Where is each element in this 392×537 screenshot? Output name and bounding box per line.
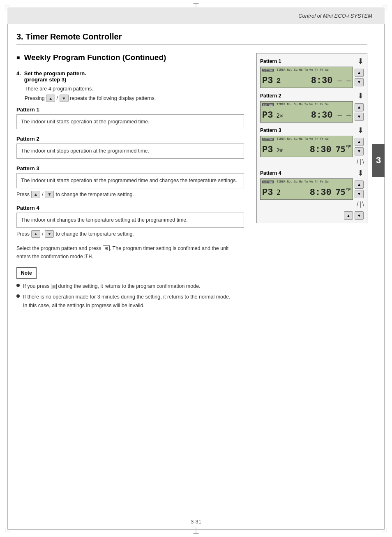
disp-p3-down-arrow: ⬇ <box>357 126 364 135</box>
pattern-2-box: The indoor unit stops operation at the p… <box>16 144 244 159</box>
display-pattern-2-header: Pattern 2 ⬇ <box>260 91 364 100</box>
setting-btn-icon[interactable]: ⊞ <box>51 284 57 289</box>
pattern-3-section: Pattern 3 The indoor unit starts operati… <box>16 165 244 198</box>
pattern-1-label: Pattern 1 <box>16 106 244 113</box>
lcd-p2-right: – – <box>337 111 351 119</box>
lcd-p4-top: SETTING TIMER No. Su Mo Tu We Th Fr Sa <box>262 180 351 183</box>
pattern-2-section: Pattern 2 The indoor unit stops operatio… <box>16 136 244 159</box>
display-p3-row: SETTING TIMER No. Su Mo Tu We Th Fr Sa P… <box>260 136 364 157</box>
down-btn-inline[interactable]: ▼ <box>60 95 69 102</box>
disp-p3-label: Pattern 3 <box>260 127 281 133</box>
down-btn-p3[interactable]: ▼ <box>45 191 54 198</box>
confirm-mode-symbol: ℱH <box>84 253 92 259</box>
p1-up-btn[interactable]: ▲ <box>355 69 364 77</box>
pattern-4-press-note: Press ▲ / ▼ to change the temperature se… <box>16 230 244 238</box>
pattern-4-label: Pattern 4 <box>16 205 244 211</box>
pattern-3-box: The indoor unit starts operation at the … <box>16 173 244 188</box>
display-pattern-3: Pattern 3 ⬇ SETTING TIMER No. Su Mo Tu W… <box>260 126 364 165</box>
lcd-p1: SETTING TIMER No. Su Mo Tu We Th Fr Sa P… <box>260 67 353 88</box>
select-note: Select the program pattern and press ⊞. … <box>16 244 244 261</box>
lcd-p2-top: SETTING TIMER No. Su Mo Tu We Th Fr Sa <box>262 103 351 106</box>
right-tab: 3 <box>372 144 385 177</box>
step-titles: Set the program pattern. (program step 3… <box>24 70 86 83</box>
lcd-p4-right: 75°F <box>336 187 351 197</box>
bottom-up-btn[interactable]: ▲ <box>344 211 353 220</box>
lcd-p1-tag: SETTING <box>262 69 274 72</box>
lcd-p3-scale: / | \ <box>260 158 364 165</box>
step-desc: There are 4 program patterns. Pressing ▲… <box>25 85 244 102</box>
p3-up-btn[interactable]: ▲ <box>355 138 364 146</box>
display-pattern-1-header: Pattern 1 ⬇ <box>260 57 364 66</box>
pattern-2-label: Pattern 2 <box>16 136 244 142</box>
note-content: If you press ⊞ during the setting, it re… <box>16 282 244 310</box>
up-btn-p4[interactable]: ▲ <box>31 230 40 238</box>
note-item-1: If you press ⊞ during the setting, it re… <box>16 282 244 291</box>
display-p1-row: SETTING TIMER No. Su Mo Tu We Th Fr Sa P… <box>260 67 364 88</box>
step-heading-row: 4. Set the program pattern. (program ste… <box>16 70 244 83</box>
lcd-p3-right: 75°F <box>336 144 351 154</box>
step-subtitle: (program step 3) <box>24 76 86 83</box>
lcd-p1-right: – – <box>337 76 351 85</box>
lcd-p2-p3: P3 <box>262 110 273 120</box>
up-btn-inline[interactable]: ▲ <box>46 95 55 102</box>
lcd-p4-tag: SETTING <box>262 181 274 183</box>
page-number: 3-31 <box>191 518 201 525</box>
display-p4-row: SETTING TIMER No. Su Mo Tu We Th Fr Sa P… <box>260 178 364 200</box>
lcd-p4-days: TIMER No. Su Mo Tu We Th Fr Sa <box>277 180 328 183</box>
scale-marks-4: / | \ <box>357 201 364 208</box>
weekly-heading: Weekly Program Function (Continued) <box>16 53 244 62</box>
step-desc2: Pressing ▲ / ▼ repeats the following dis… <box>25 95 244 102</box>
lcd-p2-num: 2✕ <box>276 112 283 119</box>
disp-p4-label: Pattern 4 <box>260 170 281 176</box>
lcd-p1-days: TIMER No. Su Mo Tu We Th Fr Sa <box>277 68 328 72</box>
lcd-p1-p3: P3 <box>262 76 273 86</box>
up-btn-p3[interactable]: ▲ <box>31 191 40 198</box>
pattern-4-box: The indoor unit changes the temperature … <box>16 213 244 228</box>
p2-up-btn[interactable]: ▲ <box>355 103 364 111</box>
lcd-p4-display: SETTING TIMER No. Su Mo Tu We Th Fr Sa P… <box>260 178 353 200</box>
lcd-p2-arrows: ▲ ▼ <box>355 103 364 121</box>
display-pattern-4-header: Pattern 4 ⬇ <box>260 169 364 178</box>
two-col-layout: Weekly Program Function (Continued) 4. S… <box>16 53 367 314</box>
disp-p2-label: Pattern 2 <box>260 93 281 99</box>
bullet-1 <box>16 284 20 287</box>
lcd-p3-time: 8:30 <box>310 145 332 155</box>
lcd-p3-p3: P3 <box>262 145 273 155</box>
lcd-p2-time: 8:30 <box>311 110 333 120</box>
pattern-3-label: Pattern 3 <box>16 165 244 171</box>
display-p2-row: SETTING TIMER No. Su Mo Tu We Th Fr Sa P… <box>260 101 364 123</box>
p3-down-btn[interactable]: ▼ <box>355 147 364 155</box>
lcd-p3-display: SETTING TIMER No. Su Mo Tu We Th Fr Sa P… <box>260 136 353 157</box>
display-pattern-4: Pattern 4 ⬇ SETTING TIMER No. Su Mo Tu W… <box>260 169 364 208</box>
lcd-p3-top: SETTING TIMER No. Su Mo Tu We Th Fr Sa <box>262 137 351 141</box>
pattern-3-press-note: Press ▲ / ▼ to change the temperature se… <box>16 191 244 198</box>
lcd-p3-arrows: ▲ ▼ <box>355 138 364 155</box>
note-label: Note <box>16 267 37 279</box>
lcd-p4-p3: P3 <box>262 187 273 198</box>
lcd-p4-scale: / | \ <box>260 201 364 208</box>
note-item-2: If there is no operation made for 3 minu… <box>16 293 244 310</box>
lcd-p1-time: 8:30 <box>311 76 333 86</box>
lcd-p2-tag: SETTING <box>262 103 274 106</box>
right-column: Pattern 1 ⬇ SETTING TIMER No. Su Mo Tu W… <box>256 53 367 223</box>
lcd-p4-arrows: ▲ ▼ <box>355 181 364 198</box>
p1-down-btn[interactable]: ▼ <box>355 78 364 86</box>
disp-p1-label: Pattern 1 <box>260 58 281 64</box>
lcd-p1-top: SETTING TIMER No. Su Mo Tu We Th Fr Sa <box>262 68 351 72</box>
p2-down-btn[interactable]: ▼ <box>355 113 364 121</box>
p4-down-btn[interactable]: ▼ <box>355 190 364 198</box>
lcd-p4-num: 2 <box>276 188 281 197</box>
page-border-bottom <box>7 529 385 530</box>
display-pattern-2: Pattern 2 ⬇ SETTING TIMER No. Su Mo Tu W… <box>260 91 364 123</box>
header-area: Control of Mini ECO-i SYSTEM <box>7 7 385 24</box>
bottom-down-btn[interactable]: ▼ <box>355 211 364 220</box>
down-btn-p4[interactable]: ▼ <box>45 230 54 238</box>
lcd-p1-num: 2 <box>276 77 281 85</box>
program-btn-icon[interactable]: ⊞ <box>103 245 110 251</box>
pattern-1-section: Pattern 1 The indoor unit starts operati… <box>16 106 244 130</box>
display-pattern-1: Pattern 1 ⬇ SETTING TIMER No. Su Mo Tu W… <box>260 57 364 88</box>
pattern-1-box: The indoor unit starts operation at the … <box>16 114 244 130</box>
lcd-p2-days: TIMER No. Su Mo Tu We Th Fr Sa <box>277 103 328 106</box>
p4-up-btn[interactable]: ▲ <box>355 181 364 189</box>
lcd-p2: SETTING TIMER No. Su Mo Tu We Th Fr Sa P… <box>260 101 353 123</box>
